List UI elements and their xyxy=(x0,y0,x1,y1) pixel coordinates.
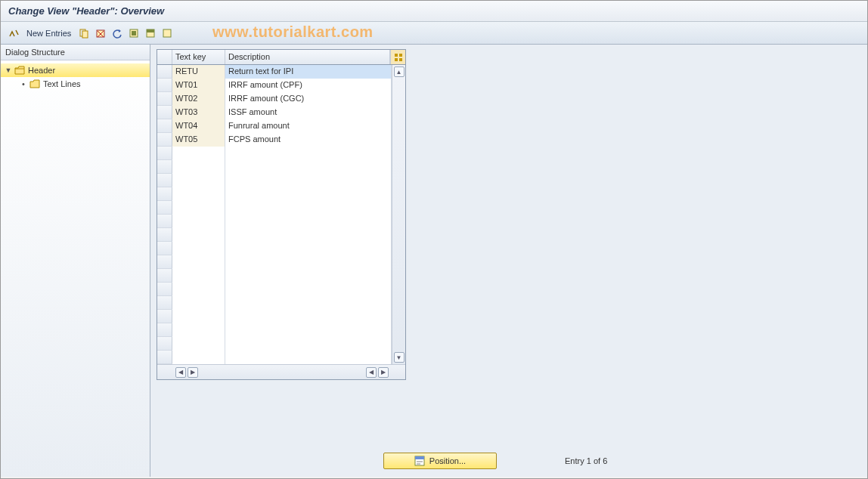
cell-text-key[interactable] xyxy=(172,323,225,337)
cell-text-key[interactable] xyxy=(172,174,225,187)
row-selector[interactable] xyxy=(157,119,172,132)
row-selector[interactable] xyxy=(157,201,172,214)
tree-node-header[interactable]: ▼ Header xyxy=(1,63,150,77)
table-row-empty[interactable] xyxy=(157,174,392,187)
row-selector[interactable] xyxy=(157,133,172,146)
scroll-right-step-icon[interactable]: ▶ xyxy=(188,367,198,378)
table-row-empty[interactable] xyxy=(157,351,392,364)
cell-description[interactable] xyxy=(225,255,392,269)
table-row-empty[interactable] xyxy=(157,201,392,215)
select-all-icon[interactable] xyxy=(127,26,141,40)
cell-description[interactable]: FCPS amount xyxy=(225,133,392,147)
scroll-up-icon[interactable]: ▲ xyxy=(394,66,405,77)
cell-description[interactable] xyxy=(225,187,392,201)
table-row-empty[interactable] xyxy=(157,160,392,174)
row-selector[interactable] xyxy=(157,242,172,255)
table-row-empty[interactable] xyxy=(157,337,392,351)
table-row-empty[interactable] xyxy=(157,269,392,283)
cell-text-key[interactable]: WT03 xyxy=(172,106,225,119)
cell-description[interactable] xyxy=(225,269,392,283)
copy-as-icon[interactable] xyxy=(77,26,91,40)
column-header-text-key[interactable]: Text key xyxy=(172,50,225,64)
cell-text-key[interactable] xyxy=(172,283,225,296)
cell-text-key[interactable] xyxy=(172,255,225,269)
scroll-down-icon[interactable]: ▼ xyxy=(394,352,405,363)
row-selector[interactable] xyxy=(157,269,172,282)
table-row-empty[interactable] xyxy=(157,228,392,242)
cell-description[interactable] xyxy=(225,296,392,310)
cell-description[interactable]: ISSF amount xyxy=(225,106,392,119)
row-selector[interactable] xyxy=(157,228,172,241)
row-selector[interactable] xyxy=(157,337,172,350)
cell-text-key[interactable] xyxy=(172,242,225,255)
select-all-column[interactable] xyxy=(157,50,172,64)
cell-description[interactable] xyxy=(225,228,392,242)
table-row-empty[interactable] xyxy=(157,242,392,255)
row-selector[interactable] xyxy=(157,255,172,268)
new-entries-button[interactable]: New Entries xyxy=(23,29,74,38)
tree-node-text-lines[interactable]: • Text Lines xyxy=(1,77,150,91)
cell-text-key[interactable]: WT01 xyxy=(172,79,225,92)
cell-text-key[interactable] xyxy=(172,215,225,228)
cell-text-key[interactable]: WT05 xyxy=(172,133,225,147)
cell-text-key[interactable] xyxy=(172,296,225,310)
table-row-empty[interactable] xyxy=(157,283,392,296)
undo-icon[interactable] xyxy=(110,26,124,40)
table-row-empty[interactable] xyxy=(157,215,392,228)
cell-text-key[interactable] xyxy=(172,351,225,364)
select-block-icon[interactable] xyxy=(144,26,157,40)
table-row[interactable]: WT05FCPS amount xyxy=(157,133,392,147)
row-selector[interactable] xyxy=(157,79,172,91)
other-view-icon[interactable] xyxy=(7,26,20,40)
row-selector[interactable] xyxy=(157,65,172,78)
cell-description[interactable] xyxy=(225,337,392,351)
table-row[interactable]: WT02IRRF amount (CGC) xyxy=(157,92,392,106)
row-selector[interactable] xyxy=(157,310,172,323)
cell-description[interactable] xyxy=(225,242,392,255)
cell-description[interactable] xyxy=(225,174,392,187)
vertical-scrollbar[interactable]: ▲ ▼ xyxy=(392,65,405,364)
cell-description[interactable] xyxy=(225,310,392,323)
row-selector[interactable] xyxy=(157,106,172,119)
cell-description[interactable]: IRRF amount (CPF) xyxy=(225,79,392,92)
delete-icon[interactable] xyxy=(94,26,107,40)
table-row[interactable]: RETUReturn text for IPI xyxy=(157,65,392,79)
cell-text-key[interactable] xyxy=(172,310,225,323)
horizontal-scrollbar[interactable]: ◀ ▶ ◀ ▶ xyxy=(157,364,405,379)
row-selector[interactable] xyxy=(157,160,172,173)
cell-text-key[interactable] xyxy=(172,337,225,351)
cell-text-key[interactable] xyxy=(172,269,225,283)
cell-description[interactable]: IRRF amount (CGC) xyxy=(225,92,392,106)
cell-description[interactable] xyxy=(225,323,392,337)
cell-text-key[interactable]: WT04 xyxy=(172,119,225,133)
cell-text-key[interactable] xyxy=(172,201,225,215)
cell-description[interactable] xyxy=(225,160,392,174)
cell-description[interactable] xyxy=(225,215,392,228)
row-selector[interactable] xyxy=(157,323,172,336)
position-button[interactable]: Position... xyxy=(383,453,497,469)
scroll-right-icon[interactable]: ▶ xyxy=(378,367,389,378)
table-row-empty[interactable] xyxy=(157,323,392,337)
cell-description[interactable] xyxy=(225,283,392,296)
cell-text-key[interactable] xyxy=(172,228,225,242)
cell-text-key[interactable] xyxy=(172,187,225,201)
table-row[interactable]: WT03ISSF amount xyxy=(157,106,392,119)
cell-text-key[interactable] xyxy=(172,147,225,160)
cell-description[interactable]: Return text for IPI xyxy=(225,65,392,79)
row-selector[interactable] xyxy=(157,296,172,309)
table-row-empty[interactable] xyxy=(157,310,392,323)
table-settings-icon[interactable] xyxy=(390,50,405,64)
cell-description[interactable] xyxy=(225,147,392,160)
row-selector[interactable] xyxy=(157,92,172,105)
row-selector[interactable] xyxy=(157,283,172,295)
scroll-left-step-icon[interactable]: ◀ xyxy=(366,367,377,378)
scroll-left-icon[interactable]: ◀ xyxy=(175,367,186,378)
row-selector[interactable] xyxy=(157,187,172,200)
cell-text-key[interactable] xyxy=(172,160,225,174)
table-row-empty[interactable] xyxy=(157,255,392,269)
expand-collapse-icon[interactable]: ▼ xyxy=(4,66,13,74)
cell-text-key[interactable]: WT02 xyxy=(172,92,225,106)
cell-description[interactable] xyxy=(225,201,392,215)
table-row-empty[interactable] xyxy=(157,296,392,310)
row-selector[interactable] xyxy=(157,351,172,363)
